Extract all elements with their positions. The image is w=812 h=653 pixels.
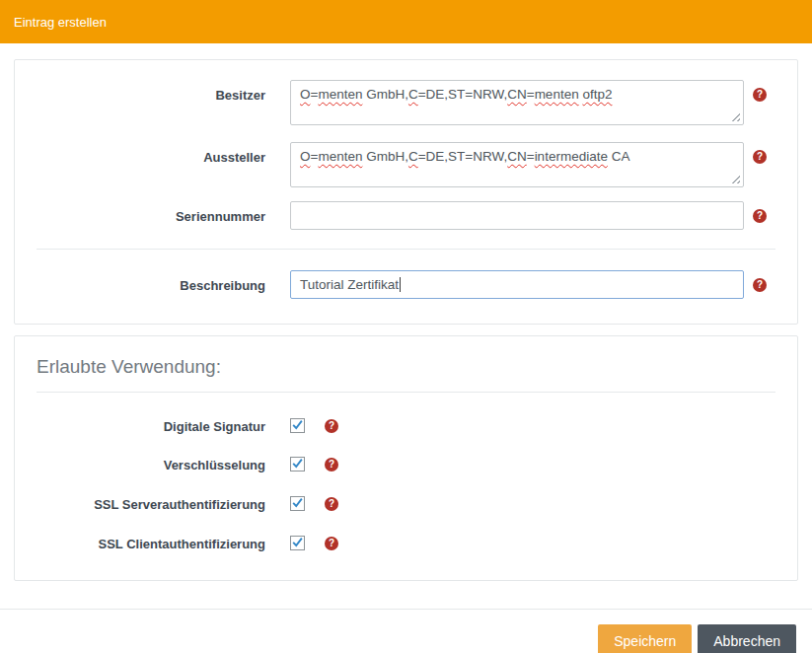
form-row-besitzer: Besitzer O=menten GmbH,C=DE,ST=NRW,CN=me… <box>15 80 797 125</box>
beschreibung-help-icon[interactable]: ? <box>753 278 767 292</box>
heading-rule <box>37 392 775 393</box>
checkbox-row-verschluesselung: Verschlüsselung ? <box>15 457 797 473</box>
save-button[interactable]: Speichern <box>598 624 692 653</box>
footer-button-bar: Speichern Abbrechen <box>16 624 796 653</box>
resize-grip-icon[interactable] <box>731 112 740 121</box>
verschluesselung-label: Verschlüsselung <box>15 457 265 473</box>
beschreibung-input[interactable]: Tutorial Zertifikat <box>290 270 744 299</box>
seriennummer-help-icon[interactable]: ? <box>753 209 767 223</box>
checkbox-row-ssl-serverauth: SSL Serverauthentifizierung ? <box>15 496 797 513</box>
aussteller-textarea[interactable]: O=menten GmbH,C=DE,ST=NRW,CN=intermediat… <box>290 142 744 187</box>
form-section-divider <box>37 249 775 250</box>
form-row-beschreibung: Beschreibung Tutorial Zertifikat ? <box>15 270 797 299</box>
aussteller-label: Aussteller <box>15 142 265 166</box>
besitzer-label: Besitzer <box>15 80 265 104</box>
verschluesselung-help-icon[interactable]: ? <box>325 458 338 472</box>
digitale-signatur-help-icon[interactable]: ? <box>325 419 338 433</box>
checkbox-row-ssl-clientauth: SSL Clientauthentifizierung ? <box>15 536 797 552</box>
ssl-clientauth-help-icon[interactable]: ? <box>325 537 338 550</box>
footer-divider <box>0 609 812 610</box>
allowed-usage-panel: Erlaubte Verwendung: Digitale Signatur ?… <box>14 335 798 581</box>
resize-grip-icon[interactable] <box>731 175 740 183</box>
seriennummer-label: Seriennummer <box>15 201 265 225</box>
digitale-signatur-checkbox[interactable] <box>290 418 305 433</box>
allowed-usage-heading: Erlaubte Verwendung: <box>37 346 775 392</box>
aussteller-help-icon[interactable]: ? <box>753 150 767 164</box>
checkmark-icon <box>291 456 304 471</box>
form-row-aussteller: Aussteller O=menten GmbH,C=DE,ST=NRW,CN=… <box>15 142 797 187</box>
dialog-title: Eintrag erstellen <box>14 15 107 30</box>
ssl-serverauth-label: SSL Serverauthentifizierung <box>15 496 265 513</box>
checkmark-icon <box>291 417 304 432</box>
form-row-seriennummer: Seriennummer ? <box>15 201 797 230</box>
text-caret <box>400 277 401 292</box>
cancel-button[interactable]: Abbrechen <box>698 624 796 653</box>
besitzer-textarea[interactable]: O=menten GmbH,C=DE,ST=NRW,CN=menten oftp… <box>290 80 744 125</box>
checkmark-icon <box>291 535 304 549</box>
seriennummer-input[interactable] <box>290 201 744 230</box>
beschreibung-value: Tutorial Zertifikat <box>300 277 399 292</box>
ssl-serverauth-help-icon[interactable]: ? <box>325 497 338 511</box>
dialog-titlebar: Eintrag erstellen <box>0 0 812 43</box>
ssl-serverauth-checkbox[interactable] <box>290 496 305 511</box>
verschluesselung-checkbox[interactable] <box>290 457 305 472</box>
checkbox-row-digitale-signatur: Digitale Signatur ? <box>15 418 797 435</box>
checkmark-icon <box>291 495 304 510</box>
certificate-form-panel: Besitzer O=menten GmbH,C=DE,ST=NRW,CN=me… <box>14 59 798 325</box>
digitale-signatur-label: Digitale Signatur <box>15 418 265 435</box>
besitzer-help-icon[interactable]: ? <box>753 88 767 102</box>
ssl-clientauth-checkbox[interactable] <box>290 536 305 550</box>
ssl-clientauth-label: SSL Clientauthentifizierung <box>15 536 265 552</box>
beschreibung-label: Beschreibung <box>15 270 265 294</box>
